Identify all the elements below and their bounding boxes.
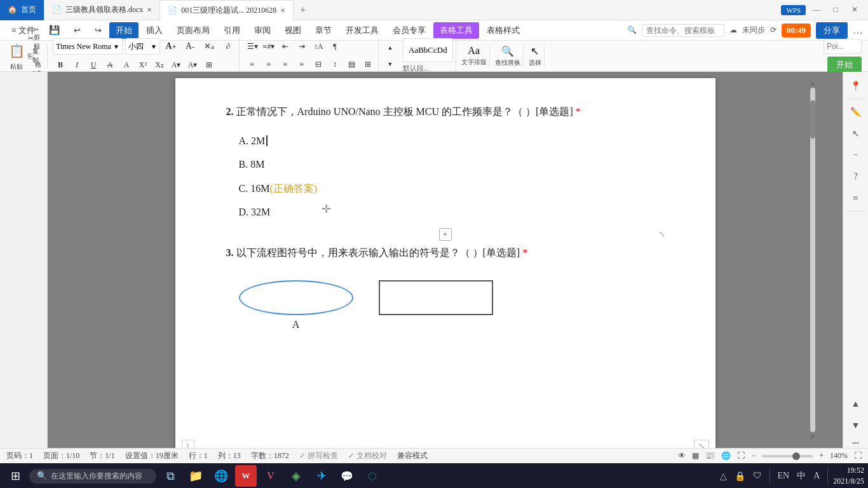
columns-button[interactable]: ⊟ [311, 57, 326, 72]
tab-ref[interactable]: 引用 [217, 22, 247, 39]
line-spacing-button[interactable]: ↕ [327, 57, 342, 72]
tray-shield[interactable]: 🛡 [750, 470, 764, 482]
taskbar-app-wechat[interactable]: 💬 [336, 464, 358, 487]
tab-view[interactable]: 视图 [278, 22, 308, 39]
minus-zoom-icon[interactable]: − [847, 146, 865, 164]
tray-arrow[interactable]: △ [717, 470, 729, 483]
indent-inc-button[interactable]: ⇥ [294, 39, 309, 54]
zoom-in-button[interactable]: + [819, 451, 824, 461]
taskbar-search[interactable]: 🔍 在这里输入你要搜索的内容 [29, 469, 156, 484]
tab-doc1[interactable]: 📄 三级教具领取表格.docx ✕ [44, 0, 160, 20]
paste-button[interactable]: 📋 [6, 41, 27, 61]
poi-input[interactable] [824, 39, 862, 54]
ribbon-search-input[interactable] [642, 24, 724, 37]
cursor-icon[interactable]: ↖ [847, 125, 865, 142]
close-button[interactable]: ✕ [846, 1, 863, 19]
underline-button[interactable]: U [86, 57, 101, 72]
location-icon[interactable]: 📍 [847, 77, 865, 95]
italic-button[interactable]: I [69, 57, 85, 72]
scroll-down-button[interactable]: ▼ [808, 432, 818, 442]
bullet-list-button[interactable]: ☰▾ [245, 39, 260, 54]
highlight-button[interactable]: A▾ [168, 57, 184, 72]
align-center-button[interactable]: ≡ [261, 57, 276, 72]
tab-chapter[interactable]: 章节 [309, 22, 338, 39]
tab-undo[interactable]: ↩ [67, 23, 87, 38]
subscript-button[interactable]: X₂ [152, 57, 167, 72]
toolbar-scroll-up[interactable]: ▲ [383, 40, 398, 55]
settings-sidebar-icon[interactable]: ≡ [847, 189, 865, 207]
tray-lang-en[interactable]: EN [775, 470, 792, 482]
taskbar-app-taskview[interactable]: ⧉ [159, 464, 182, 487]
edit-icon[interactable]: ✏️ [847, 103, 865, 121]
cut-button[interactable]: ✂ ✂ 剪贴 [28, 30, 44, 46]
move-handle-icon[interactable]: ✛ [322, 202, 331, 216]
zoom-slider[interactable] [762, 455, 813, 458]
zoom-out-button[interactable]: − [751, 451, 756, 461]
scroll-thumb[interactable] [810, 100, 815, 139]
tab-member[interactable]: 会员专享 [386, 22, 432, 39]
start-button[interactable]: ⊞ [4, 464, 27, 487]
view-web-icon[interactable]: 🌐 [721, 451, 731, 461]
share-button[interactable]: 分享 [816, 22, 848, 39]
numbered-list-button[interactable]: ≡#▾ [261, 39, 276, 54]
shade-button[interactable]: ▤ [344, 57, 359, 72]
view-normal-icon[interactable]: ▦ [692, 451, 699, 461]
fullscreen-button[interactable]: ⛶ [854, 451, 862, 461]
taskbar-app-edge[interactable]: 🌐 [210, 464, 233, 487]
expand-icon[interactable]: ⤡ [659, 230, 665, 238]
tab-dev[interactable]: 开发工具 [339, 22, 385, 39]
style-box[interactable]: AaBbCcDd [403, 38, 453, 62]
indent-dec-button[interactable]: ⇤ [278, 39, 293, 54]
wps-badge[interactable]: WPS [781, 5, 806, 15]
add-row-button[interactable]: + [439, 228, 452, 241]
border2-button[interactable]: ⊞ [360, 57, 376, 72]
taskbar-app-5[interactable]: V [259, 464, 282, 487]
tab-layout[interactable]: 页面布局 [170, 22, 216, 39]
clear-format-button[interactable]: ✕a [201, 38, 217, 55]
justify-button[interactable]: ≡ [294, 57, 309, 72]
tab-doc2[interactable]: 📄 001三级理论题试... 20210628 ✕ [160, 0, 294, 20]
minimize-button[interactable]: — [808, 1, 825, 19]
tab-insert[interactable]: 插入 [140, 22, 169, 39]
start-recording-button[interactable]: 开始 [827, 57, 862, 73]
superscript-button[interactable]: X² [135, 57, 151, 72]
find-replace-btn[interactable]: 🔍 查找替换 [495, 45, 520, 67]
font-color-button[interactable]: A▾ [185, 57, 200, 72]
font-size-down-button[interactable]: A- [182, 38, 198, 55]
font-size-dropdown[interactable]: 小四 ▼ [125, 38, 160, 55]
tray-input-a[interactable]: A [811, 470, 822, 482]
strikethrough-button[interactable]: A [102, 57, 118, 72]
border-button[interactable]: ⊞ [201, 57, 217, 72]
taskbar-app-7[interactable]: ✈ [310, 464, 333, 487]
tray-lang-zh[interactable]: 中 [794, 469, 808, 483]
font-size-up-button[interactable]: A+ [163, 38, 179, 55]
scroll-up-sidebar[interactable]: ▲ [847, 395, 865, 413]
scroll-down-sidebar[interactable]: ▼ [847, 417, 865, 435]
view-fullscreen-icon[interactable]: ⛶ [737, 451, 745, 461]
taskbar-app-wps[interactable]: W [235, 465, 257, 487]
tray-lock[interactable]: 🔒 [732, 470, 748, 483]
view-print-icon[interactable]: 📰 [705, 451, 715, 461]
select-btn[interactable]: ↖ 选择 [529, 45, 541, 67]
tab-redo[interactable]: ↪ [88, 23, 108, 38]
para-mark-button[interactable]: ¶ [327, 39, 342, 54]
font-name-dropdown[interactable]: Times New Roma ▼ [53, 38, 123, 55]
toolbar-scroll-down[interactable]: ▼ [383, 57, 398, 72]
scroll-track[interactable] [810, 88, 815, 432]
maximize-button[interactable]: □ [827, 1, 844, 19]
bold-button[interactable]: B [53, 57, 68, 72]
doc2-close-icon[interactable]: ✕ [280, 7, 285, 14]
more-options-icon[interactable]: … [853, 25, 863, 36]
more-sidebar-icon[interactable]: ••• [851, 438, 860, 448]
doc1-close-icon[interactable]: ✕ [147, 6, 152, 13]
help-icon[interactable]: ? [847, 168, 865, 186]
taskbar-app-arduino[interactable]: ⬡ [361, 464, 384, 487]
taskbar-app-6[interactable]: ◈ [285, 464, 308, 487]
new-tab-button[interactable]: + [294, 4, 312, 16]
sort-button[interactable]: ↕A [311, 39, 326, 54]
align-left-button[interactable]: ≡ [245, 57, 260, 72]
scroll-up-button[interactable]: ▲ [808, 78, 818, 88]
special-char-button[interactable]: ∂ [220, 38, 236, 55]
taskbar-app-explorer[interactable]: 📁 [184, 464, 207, 487]
font-color-a-button[interactable]: A [119, 57, 134, 72]
